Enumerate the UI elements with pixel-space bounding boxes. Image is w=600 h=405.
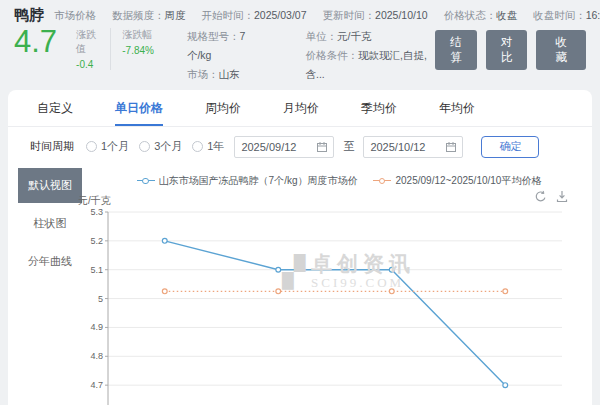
spec-col-2: 单位：元/千克 价格条件：现款现汇,自提,含... (305, 27, 435, 84)
current-price: 4.7 (14, 26, 57, 59)
meta-frequency: 数据频度：周度 (112, 9, 186, 23)
calendar-icon (317, 142, 327, 152)
radio-icon (139, 141, 150, 152)
tab-weekly-avg[interactable]: 周均价 (205, 90, 241, 126)
svg-text:5.2: 5.2 (90, 236, 103, 246)
main-panel: 自定义 单日价格 周均价 月均价 季均价 年均价 时间周期 1个月 3个月 1年… (8, 90, 592, 405)
page-subtitle: 市场价格 (54, 9, 96, 23)
change-pct-block: 涨跌幅 -7.84% (110, 28, 165, 70)
sidebar-item-bar-chart[interactable]: 柱状图 (18, 206, 82, 241)
compare-button[interactable]: 对比 (486, 30, 528, 70)
sidebar-item-yearly-curve[interactable]: 分年曲线 (18, 244, 82, 279)
time-period-label: 时间周期 (30, 139, 74, 154)
header-price-row: 4.7 涨跌值 -0.4 涨跌幅 -7.84% 规格型号：7个/kg 市场：山东… (14, 26, 586, 84)
spec-col-1: 规格型号：7个/kg 市场：山东 (187, 27, 264, 84)
tab-daily-price[interactable]: 单日价格 (115, 90, 163, 126)
sidebar-item-default-view[interactable]: 默认视图 (18, 168, 82, 203)
y-axis-label: 元/千克 (78, 194, 111, 208)
legend-item-average-price[interactable]: 2025/09/12~2025/10/10平均价格 (373, 174, 541, 188)
svg-text:4.9: 4.9 (90, 322, 103, 332)
meta-price-status: 价格状态：收盘 (444, 9, 518, 23)
price-line-chart: 4.64.74.84.955.15.25.32025/09/122025/09/… (86, 192, 592, 405)
legend-item-market-price[interactable]: 山东市场国产冻品鸭脖（7个/kg）周度市场价 (137, 174, 358, 188)
radio-1-month[interactable]: 1个月 (86, 139, 129, 154)
page-title: 鸭脖 (14, 6, 44, 25)
change-pct: -7.84% (122, 45, 154, 56)
chart-toolbar (534, 190, 568, 203)
meta-update-time: 更新时间：2025/10/10 (323, 9, 428, 23)
refresh-icon[interactable] (534, 190, 547, 203)
line-marker-icon (137, 177, 155, 185)
svg-text:5.3: 5.3 (90, 207, 103, 217)
time-filter-row: 时间周期 1个月 3个月 1年 2025/09/12 至 2025/10/12 … (8, 127, 592, 164)
calendar-icon (446, 142, 456, 152)
spec-block: 规格型号：7个/kg 市场：山东 单位：元/千克 价格条件：现款现汇,自提,含.… (187, 27, 435, 84)
radio-3-month[interactable]: 3个月 (139, 139, 182, 154)
confirm-button[interactable]: 确定 (481, 136, 539, 158)
date-range-separator: 至 (343, 139, 354, 154)
start-date-input[interactable]: 2025/09/12 (234, 136, 334, 158)
meta-start-time: 开始时间：2025/03/07 (202, 9, 307, 23)
svg-text:4.8: 4.8 (90, 351, 103, 361)
radio-1-year[interactable]: 1年 (192, 139, 224, 154)
meta-close-time: 收盘时间：16:00 (533, 9, 600, 23)
page-header: 鸭脖 市场价格 数据频度：周度 开始时间：2025/03/07 更新时间：202… (0, 0, 600, 84)
line-marker-icon (373, 177, 391, 185)
tab-quarterly-avg[interactable]: 季均价 (361, 90, 397, 126)
price-change-block: 涨跌值 -0.4 涨跌幅 -7.84% (65, 28, 165, 70)
view-sidebar: 默认视图 柱状图 分年曲线 (8, 164, 86, 405)
tab-monthly-avg[interactable]: 月均价 (283, 90, 319, 126)
radio-icon (86, 141, 97, 152)
svg-text:4.7: 4.7 (90, 380, 103, 390)
header-buttons: 结算 对比 收藏 (435, 30, 586, 70)
tab-yearly-avg[interactable]: 年均价 (439, 90, 475, 126)
change-value: -0.4 (76, 59, 99, 70)
tab-custom[interactable]: 自定义 (37, 90, 73, 126)
end-date-input[interactable]: 2025/10/12 (363, 136, 463, 158)
chart-container: 山东市场国产冻品鸭脖（7个/kg）周度市场价 2025/09/12~2025/1… (86, 164, 592, 405)
header-meta-row: 鸭脖 市场价格 数据频度：周度 开始时间：2025/03/07 更新时间：202… (14, 6, 586, 25)
svg-text:5.1: 5.1 (90, 264, 103, 274)
settle-button[interactable]: 结算 (435, 30, 477, 70)
download-icon[interactable] (556, 190, 568, 203)
chart-section: 默认视图 柱状图 分年曲线 山东市场国产冻品鸭脖（7个/kg）周度市场价 202… (8, 164, 592, 405)
chart-legend: 山东市场国产冻品鸭脖（7个/kg）周度市场价 2025/09/12~2025/1… (86, 170, 592, 192)
change-value-block: 涨跌值 -0.4 (65, 28, 110, 70)
price-tabs: 自定义 单日价格 周均价 月均价 季均价 年均价 (8, 90, 592, 127)
svg-text:5: 5 (98, 293, 103, 303)
favorite-button[interactable]: 收藏 (536, 30, 586, 70)
radio-icon (192, 141, 203, 152)
